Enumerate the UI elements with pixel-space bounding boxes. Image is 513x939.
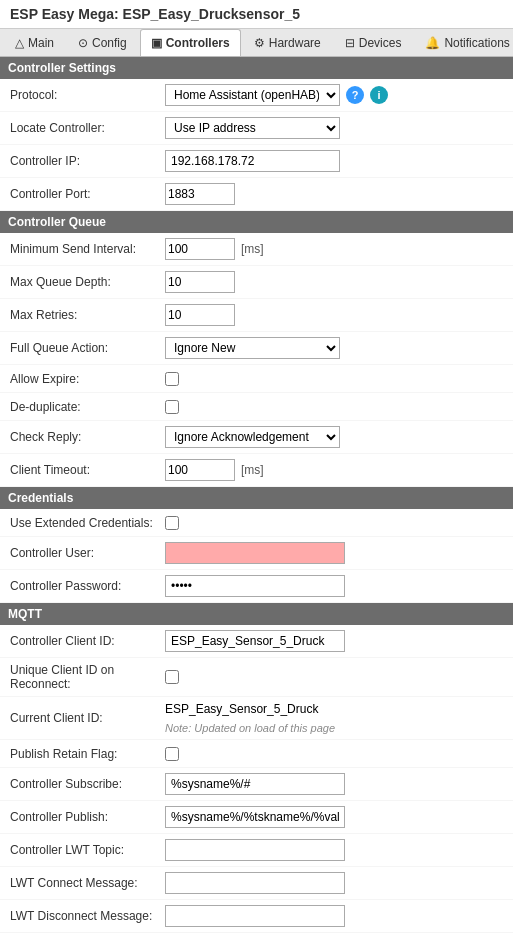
unique-client-id-checkbox[interactable]: [165, 670, 179, 684]
max-queue-depth-control: [165, 271, 503, 293]
controller-client-id-control: [165, 630, 503, 652]
protocol-select[interactable]: Home Assistant (openHAB) MQTT: [165, 84, 340, 106]
min-send-interval-control: [ms]: [165, 238, 503, 260]
publish-retain-flag-row: Publish Retain Flag:: [0, 740, 513, 768]
controller-publish-row: Controller Publish:: [0, 801, 513, 834]
controller-subscribe-label: Controller Subscribe:: [10, 777, 165, 791]
deduplicate-row: De-duplicate:: [0, 393, 513, 421]
use-extended-credentials-row: Use Extended Credentials:: [0, 509, 513, 537]
controller-client-id-label: Controller Client ID:: [10, 634, 165, 648]
max-queue-depth-label: Max Queue Depth:: [10, 275, 165, 289]
controller-port-label: Controller Port:: [10, 187, 165, 201]
notifications-icon: 🔔: [425, 36, 440, 50]
controller-ip-input[interactable]: [165, 150, 340, 172]
locate-controller-label: Locate Controller:: [10, 121, 165, 135]
min-send-interval-input[interactable]: [165, 238, 235, 260]
protocol-help-badge[interactable]: ?: [346, 86, 364, 104]
controller-ip-label: Controller IP:: [10, 154, 165, 168]
controller-password-label: Controller Password:: [10, 579, 165, 593]
lwt-disconnect-message-control: [165, 905, 503, 927]
current-client-id-note: Note: Updated on load of this page: [165, 722, 335, 734]
controller-lwt-topic-input[interactable]: [165, 839, 345, 861]
lwt-connect-message-row: LWT Connect Message:: [0, 867, 513, 900]
client-timeout-label: Client Timeout:: [10, 463, 165, 477]
controller-password-input[interactable]: [165, 575, 345, 597]
client-timeout-unit: [ms]: [241, 463, 264, 477]
lwt-disconnect-message-label: LWT Disconnect Message:: [10, 909, 165, 923]
protocol-control: Home Assistant (openHAB) MQTT ? i: [165, 84, 503, 106]
client-timeout-row: Client Timeout: [ms]: [0, 454, 513, 487]
allow-expire-checkbox[interactable]: [165, 372, 179, 386]
unique-client-id-label: Unique Client ID on Reconnect:: [10, 663, 165, 691]
controller-user-row: Controller User:: [0, 537, 513, 570]
current-client-id-value: ESP_Easy_Sensor_5_Druck: [165, 702, 318, 716]
controller-subscribe-row: Controller Subscribe:: [0, 768, 513, 801]
allow-expire-label: Allow Expire:: [10, 372, 165, 386]
controller-user-label: Controller User:: [10, 546, 165, 560]
mqtt-header: MQTT: [0, 603, 513, 625]
full-queue-action-label: Full Queue Action:: [10, 341, 165, 355]
controller-user-input[interactable]: [165, 542, 345, 564]
locate-controller-control: Use IP address: [165, 117, 503, 139]
use-extended-credentials-control: [165, 516, 503, 530]
main-content: Controller Settings Protocol: Home Assis…: [0, 57, 513, 939]
max-retries-label: Max Retries:: [10, 308, 165, 322]
current-client-id-label: Current Client ID:: [10, 711, 165, 725]
navigation-tabs: △ Main ⊙ Config ▣ Controllers ⚙ Hardware…: [0, 29, 513, 57]
page-title: ESP Easy Mega: ESP_Easy_Drucksensor_5: [0, 0, 513, 29]
publish-retain-flag-control: [165, 747, 503, 761]
lwt-disconnect-message-row: LWT Disconnect Message:: [0, 900, 513, 933]
full-queue-action-select[interactable]: Ignore New: [165, 337, 340, 359]
controller-port-input[interactable]: [165, 183, 235, 205]
lwt-disconnect-message-input[interactable]: [165, 905, 345, 927]
tab-config[interactable]: ⊙ Config: [67, 29, 138, 56]
deduplicate-control: [165, 400, 503, 414]
client-timeout-input[interactable]: [165, 459, 235, 481]
current-client-id-control: ESP_Easy_Sensor_5_Druck Note: Updated on…: [165, 702, 503, 734]
send-lwt-row: Send LWT to broker:: [0, 933, 513, 939]
publish-retain-flag-checkbox[interactable]: [165, 747, 179, 761]
config-icon: ⊙: [78, 36, 88, 50]
tab-devices[interactable]: ⊟ Devices: [334, 29, 413, 56]
min-send-interval-unit: [ms]: [241, 242, 264, 256]
lwt-connect-message-input[interactable]: [165, 872, 345, 894]
lwt-connect-message-control: [165, 872, 503, 894]
tab-controllers[interactable]: ▣ Controllers: [140, 29, 241, 56]
controller-ip-row: Controller IP:: [0, 145, 513, 178]
controller-subscribe-input[interactable]: [165, 773, 345, 795]
check-reply-select[interactable]: Ignore Acknowledgement: [165, 426, 340, 448]
max-queue-depth-input[interactable]: [165, 271, 235, 293]
credentials-header: Credentials: [0, 487, 513, 509]
controller-subscribe-control: [165, 773, 503, 795]
lwt-connect-message-label: LWT Connect Message:: [10, 876, 165, 890]
unique-client-id-row: Unique Client ID on Reconnect:: [0, 658, 513, 697]
max-queue-depth-row: Max Queue Depth:: [0, 266, 513, 299]
controller-publish-input[interactable]: [165, 806, 345, 828]
max-retries-control: [165, 304, 503, 326]
controller-publish-label: Controller Publish:: [10, 810, 165, 824]
max-retries-input[interactable]: [165, 304, 235, 326]
use-extended-credentials-checkbox[interactable]: [165, 516, 179, 530]
controller-lwt-topic-control: [165, 839, 503, 861]
controller-client-id-input[interactable]: [165, 630, 345, 652]
protocol-row: Protocol: Home Assistant (openHAB) MQTT …: [0, 79, 513, 112]
deduplicate-checkbox[interactable]: [165, 400, 179, 414]
check-reply-label: Check Reply:: [10, 430, 165, 444]
check-reply-row: Check Reply: Ignore Acknowledgement: [0, 421, 513, 454]
protocol-info-badge[interactable]: i: [370, 86, 388, 104]
controller-password-control: [165, 575, 503, 597]
controller-lwt-topic-label: Controller LWT Topic:: [10, 843, 165, 857]
main-icon: △: [15, 36, 24, 50]
controller-settings-header: Controller Settings: [0, 57, 513, 79]
locate-controller-select[interactable]: Use IP address: [165, 117, 340, 139]
min-send-interval-row: Minimum Send Interval: [ms]: [0, 233, 513, 266]
min-send-interval-label: Minimum Send Interval:: [10, 242, 165, 256]
tab-hardware[interactable]: ⚙ Hardware: [243, 29, 332, 56]
current-client-id-row: Current Client ID: ESP_Easy_Sensor_5_Dru…: [0, 697, 513, 740]
locate-controller-row: Locate Controller: Use IP address: [0, 112, 513, 145]
full-queue-action-row: Full Queue Action: Ignore New: [0, 332, 513, 365]
deduplicate-label: De-duplicate:: [10, 400, 165, 414]
tab-notifications[interactable]: 🔔 Notifications: [414, 29, 513, 56]
tab-main[interactable]: △ Main: [4, 29, 65, 56]
client-timeout-control: [ms]: [165, 459, 503, 481]
